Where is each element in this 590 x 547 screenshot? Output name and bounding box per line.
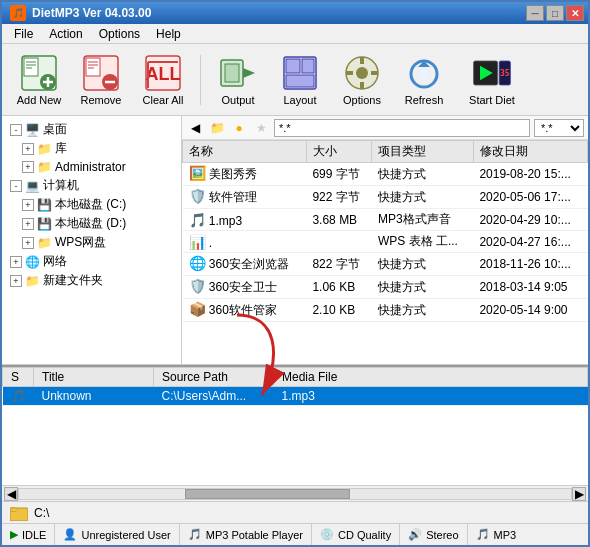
tree-expand-computer[interactable]: - bbox=[10, 180, 22, 192]
svg-text:ALL: ALL bbox=[146, 64, 181, 84]
tree-item-network[interactable]: + 🌐 网络 bbox=[2, 252, 181, 271]
library-icon: 📁 bbox=[36, 141, 52, 157]
file-row[interactable]: 📦 360软件管家 2.10 KB 快捷方式 2020-05-14 9:00 bbox=[183, 299, 588, 322]
menu-options[interactable]: Options bbox=[91, 25, 148, 43]
add-new-icon bbox=[19, 54, 59, 92]
svg-rect-27 bbox=[360, 57, 364, 64]
tree-expand-library[interactable]: + bbox=[22, 143, 34, 155]
tree-item-newfolder[interactable]: + 📁 新建文件夹 bbox=[2, 271, 181, 290]
options-label: Options bbox=[343, 94, 381, 106]
playlist-source: C:\Users\Adm... bbox=[154, 387, 274, 406]
quality-text: CD Quality bbox=[338, 529, 391, 541]
file-row[interactable]: 🛡️ 软件管理 922 字节 快捷方式 2020-05-06 17:... bbox=[183, 186, 588, 209]
playlist-row[interactable]: 🎵 Unknown C:\Users\Adm... 1.mp3 bbox=[3, 387, 588, 406]
playlist-scrollbar[interactable]: ◀ ▶ bbox=[2, 485, 588, 501]
file-row[interactable]: 📊 . WPS 表格 工... 2020-04-27 16:... bbox=[183, 231, 588, 253]
filter-input[interactable] bbox=[274, 119, 530, 137]
admin-icon: 📁 bbox=[36, 159, 52, 175]
minimize-button[interactable]: ─ bbox=[526, 5, 544, 21]
scrollbar-track[interactable] bbox=[18, 488, 572, 500]
playlist-media: 1.mp3 bbox=[274, 387, 588, 406]
menu-action[interactable]: Action bbox=[41, 25, 90, 43]
audio-icon: 🔊 bbox=[408, 528, 422, 541]
status-player: 🎵 MP3 Potable Player bbox=[180, 524, 312, 545]
tree-expand-drive-c[interactable]: + bbox=[22, 199, 34, 211]
file-list: 名称 大小 项目类型 修改日期 🖼️ 美图秀秀 699 字节 快捷方式 2019… bbox=[182, 140, 588, 364]
file-date: 2020-04-29 10:... bbox=[473, 209, 587, 231]
scroll-right-btn[interactable]: ▶ bbox=[572, 487, 586, 501]
file-row[interactable]: 🛡️ 360安全卫士 1.06 KB 快捷方式 2018-03-14 9:05 bbox=[183, 276, 588, 299]
menu-file[interactable]: File bbox=[6, 25, 41, 43]
filter-star-icon[interactable]: ★ bbox=[252, 119, 270, 137]
status-idle: ▶ IDLE bbox=[2, 524, 55, 545]
remove-button[interactable]: Remove bbox=[72, 49, 130, 111]
layout-button[interactable]: Layout bbox=[271, 49, 329, 111]
filter-dropdown[interactable]: *.* bbox=[534, 119, 584, 137]
file-date: 2020-05-14 9:00 bbox=[473, 299, 587, 322]
svg-rect-28 bbox=[360, 82, 364, 89]
file-size: 3.68 MB bbox=[306, 209, 371, 231]
playlist-table: S Title Source Path Media File 🎵 Unknown… bbox=[2, 365, 588, 485]
cd-icon: 💿 bbox=[320, 528, 334, 541]
tree-item-wps[interactable]: + 📁 WPS网盘 bbox=[2, 233, 181, 252]
file-row[interactable]: 🌐 360安全浏览器 822 字节 快捷方式 2018-11-26 10:... bbox=[183, 253, 588, 276]
clear-all-button[interactable]: ALL Clear All bbox=[134, 49, 192, 111]
playlist-col-title[interactable]: Title bbox=[34, 368, 154, 387]
file-row[interactable]: 🎵 1.mp3 3.68 MB MP3格式声音 2020-04-29 10:..… bbox=[183, 209, 588, 231]
tree-item-drive-d[interactable]: + 💾 本地磁盘 (D:) bbox=[2, 214, 181, 233]
title-bar-controls: ─ □ ✕ bbox=[526, 5, 584, 21]
file-date: 2018-11-26 10:... bbox=[473, 253, 587, 276]
playlist-col-media[interactable]: Media File bbox=[274, 368, 588, 387]
add-new-label: Add New bbox=[17, 94, 62, 106]
svg-rect-24 bbox=[286, 75, 314, 87]
playlist-col-source[interactable]: Source Path bbox=[154, 368, 274, 387]
layout-icon bbox=[280, 54, 320, 92]
idle-icon: ▶ bbox=[10, 528, 18, 541]
svg-point-32 bbox=[419, 69, 429, 79]
status-quality: 💿 CD Quality bbox=[312, 524, 400, 545]
start-diet-button[interactable]: 35 Start Diet bbox=[457, 49, 527, 111]
tree-label-wps: WPS网盘 bbox=[55, 234, 106, 251]
close-button[interactable]: ✕ bbox=[566, 5, 584, 21]
playlist-col-s[interactable]: S bbox=[3, 368, 34, 387]
scrollbar-thumb[interactable] bbox=[185, 489, 351, 499]
maximize-button[interactable]: □ bbox=[546, 5, 564, 21]
tree-expand-drive-d[interactable]: + bbox=[22, 218, 34, 230]
options-button[interactable]: Options bbox=[333, 49, 391, 111]
output-button[interactable]: Output bbox=[209, 49, 267, 111]
tree-label-newfolder: 新建文件夹 bbox=[43, 272, 103, 289]
col-size[interactable]: 大小 bbox=[306, 141, 371, 163]
file-name: 🛡️ 软件管理 bbox=[183, 186, 307, 209]
filter-back-icon[interactable]: ◀ bbox=[186, 119, 204, 137]
tree-expand-network[interactable]: + bbox=[10, 256, 22, 268]
tree-expand-wps[interactable]: + bbox=[22, 237, 34, 249]
playlist-s: 🎵 bbox=[3, 387, 34, 406]
refresh-button[interactable]: Refresh bbox=[395, 49, 453, 111]
app-window: 🎵 DietMP3 Ver 04.03.00 ─ □ ✕ File Action… bbox=[0, 0, 590, 547]
col-name[interactable]: 名称 bbox=[183, 141, 307, 163]
file-name: 🎵 1.mp3 bbox=[183, 209, 307, 231]
file-name: 🖼️ 美图秀秀 bbox=[183, 163, 307, 186]
tree-item-admin[interactable]: + 📁 Administrator bbox=[2, 158, 181, 176]
tree-expand-newfolder[interactable]: + bbox=[10, 275, 22, 287]
tree-item-drive-c[interactable]: + 💾 本地磁盘 (C:) bbox=[2, 195, 181, 214]
scroll-left-btn[interactable]: ◀ bbox=[4, 487, 18, 501]
filter-folder-icon[interactable]: 📁 bbox=[208, 119, 226, 137]
menu-help[interactable]: Help bbox=[148, 25, 189, 43]
network-icon: 🌐 bbox=[24, 254, 40, 270]
file-size: 922 字节 bbox=[306, 186, 371, 209]
col-type[interactable]: 项目类型 bbox=[372, 141, 474, 163]
title-bar: 🎵 DietMP3 Ver 04.03.00 ─ □ ✕ bbox=[2, 2, 588, 24]
file-name: 🛡️ 360安全卫士 bbox=[183, 276, 307, 299]
col-date[interactable]: 修改日期 bbox=[473, 141, 587, 163]
filter-circle-icon: ● bbox=[230, 119, 248, 137]
tree-item-computer[interactable]: - 💻 计算机 bbox=[2, 176, 181, 195]
file-row[interactable]: 🖼️ 美图秀秀 699 字节 快捷方式 2019-08-20 15:... bbox=[183, 163, 588, 186]
tree-expand-admin[interactable]: + bbox=[22, 161, 34, 173]
add-new-button[interactable]: Add New bbox=[10, 49, 68, 111]
tree-expand-desktop[interactable]: - bbox=[10, 124, 22, 136]
tree-item-library[interactable]: + 📁 库 bbox=[2, 139, 181, 158]
tree-item-desktop[interactable]: - 🖥️ 桌面 bbox=[2, 120, 181, 139]
file-type: 快捷方式 bbox=[372, 276, 474, 299]
svg-rect-9 bbox=[86, 58, 100, 76]
